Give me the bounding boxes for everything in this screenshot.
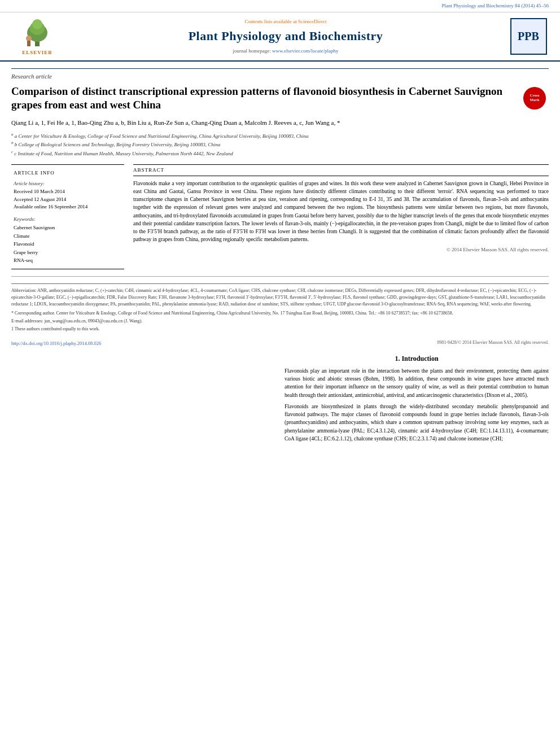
issn-text: 0981-9428/© 2014 Elsevier Masson SAS. Al…	[437, 339, 549, 346]
crossmark-icon: CrossMark	[523, 87, 546, 110]
svg-point-4	[26, 36, 32, 41]
abbreviations-note: Abbreviation: ANR, anthocyanidin reducta…	[11, 287, 549, 308]
elsevier-text: ELSEVIER	[22, 49, 53, 56]
homepage-link[interactable]: www.elsevier.com/locate/plaphy	[272, 48, 338, 54]
elsevier-tree-icon	[20, 17, 54, 48]
journal-header: ELSEVIER Contents lists available at Sci…	[0, 12, 560, 62]
keyword-2: Climate	[14, 232, 122, 240]
journal-top-bar: Plant Physiology and Biochemistry 84 (20…	[0, 0, 560, 12]
keyword-5: RNA-seq	[14, 256, 122, 264]
intro-section-title: 1. Introduction	[285, 354, 549, 364]
ppb-logo-area: PPB	[506, 18, 551, 55]
article-info-header: ARTICLE INFO	[14, 169, 122, 177]
affiliation-b: b b College of Biological Sciences and T…	[11, 140, 549, 149]
equal-contrib-note: 1 These authors contributed equally to t…	[11, 326, 549, 333]
article-type: Research article	[11, 68, 549, 81]
article-info-column: ARTICLE INFO Article history: Received 1…	[11, 164, 124, 269]
title-area: Comparison of distinct transcriptional e…	[11, 85, 549, 112]
article-history: Article history: Received 10 March 2014 …	[14, 180, 122, 211]
svg-point-3	[32, 19, 42, 29]
author-list: Qiang Li a, 1, Fei He a, 1, Bao-Qing Zhu…	[11, 119, 340, 126]
sciencedirect-notice: Contents lists available at ScienceDirec…	[71, 18, 500, 25]
elsevier-logo: ELSEVIER	[20, 17, 54, 56]
accepted-date: Accepted 12 August 2014	[14, 196, 122, 204]
svg-rect-5	[27, 41, 30, 46]
journal-citation: Plant Physiology and Biochemistry 84 (20…	[442, 3, 549, 8]
ppb-logo: PPB	[510, 18, 547, 55]
article-title: Comparison of distinct transcriptional e…	[11, 85, 518, 112]
email-note: E-mail addresses: jun_wang@cau.edu.cn, 0…	[11, 318, 549, 325]
keywords-section: Keywords: Cabernet Sauvignon Climate Fla…	[14, 216, 122, 265]
abstract-column: ABSTRACT Flavonoids make a very importan…	[133, 164, 549, 269]
intro-columns: 1. Introduction Flavonoids play an impor…	[11, 354, 549, 446]
intro-para-1-text: Flavonoids play an important role in the…	[285, 367, 549, 399]
journal-homepage: journal homepage: www.elsevier.com/locat…	[71, 47, 500, 55]
doi-link[interactable]: http://dx.doi.org/10.1016/j.plaphy.2014.…	[11, 340, 101, 347]
introduction-section: 1. Introduction Flavonoids play an impor…	[0, 354, 560, 453]
keyword-3: Flavonoid	[14, 240, 122, 248]
keywords-label: Keywords:	[14, 216, 122, 223]
affiliation-a: a a Center for Viticulture & Enology, Co…	[11, 132, 549, 141]
article-info-abstract-area: ARTICLE INFO Article history: Received 1…	[11, 164, 549, 269]
sciencedirect-link-text[interactable]: ScienceDirect	[298, 19, 326, 24]
keyword-4: Grape berry	[14, 248, 122, 256]
intro-right: 1. Introduction Flavonoids play an impor…	[285, 354, 549, 446]
intro-para-2-text: Flavonoids are biosynthesized in plants …	[285, 403, 549, 443]
abstract-header: ABSTRACT	[133, 164, 549, 176]
affiliation-c: c c Institute of Food, Nutrition and Hum…	[11, 149, 549, 158]
doi-issn-area: http://dx.doi.org/10.1016/j.plaphy.2014.…	[11, 337, 549, 347]
intro-left	[11, 354, 275, 446]
article-info-box: ARTICLE INFO Article history: Received 1…	[11, 164, 124, 269]
elsevier-logo-area: ELSEVIER	[9, 17, 65, 56]
corresponding-note: * Corresponding author. Center for Vitic…	[11, 310, 549, 317]
journal-title-area: Contents lists available at ScienceDirec…	[71, 18, 500, 54]
keyword-1: Cabernet Sauvignon	[14, 224, 122, 231]
authors: Qiang Li a, 1, Fei He a, 1, Bao-Qing Zhu…	[11, 118, 549, 128]
section-divider	[11, 276, 549, 277]
affiliations: a a Center for Viticulture & Enology, Co…	[11, 132, 549, 158]
footnotes-area: Abbreviation: ANR, anthocyanidin reducta…	[11, 283, 549, 333]
intro-paragraph-1: Flavonoids play an important role in the…	[285, 367, 549, 443]
received-date: Received 10 March 2014	[14, 188, 122, 196]
main-content: Research article Comparison of distinct …	[0, 62, 560, 354]
crossmark-badge[interactable]: CrossMark	[523, 87, 549, 112]
abstract-copyright: © 2014 Elsevier Masson SAS. All rights r…	[133, 246, 549, 254]
history-label: Article history:	[14, 180, 122, 187]
journal-title: Plant Physiology and Biochemistry	[71, 28, 500, 45]
available-date: Available online 16 September 2014	[14, 203, 122, 211]
abstract-text: Flavonoids make a very important contrib…	[133, 180, 549, 244]
